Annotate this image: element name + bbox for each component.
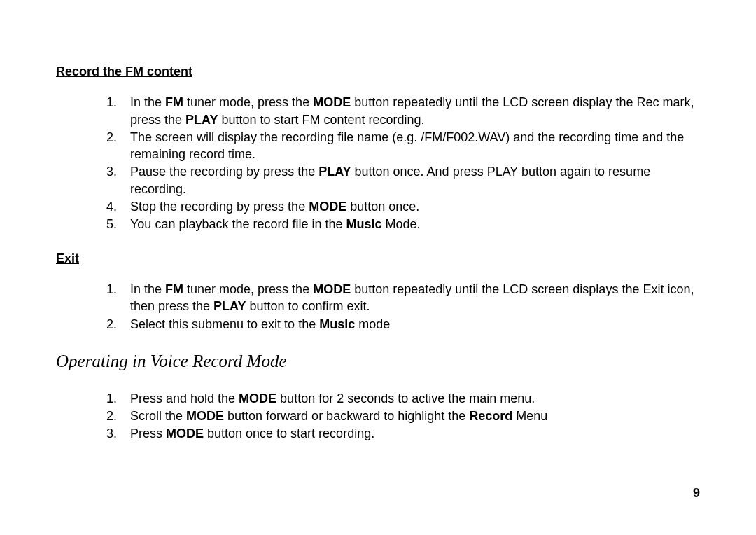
list-text: Pause the recording by press the PLAY bu… [130,163,700,197]
list-number: 1. [106,94,130,128]
list-number: 5. [106,216,130,232]
record-fm-heading: Record the FM content [56,63,700,80]
list-item: 2. The screen will display the recording… [106,129,700,163]
exit-section: Exit 1. In the FM tuner mode, press the … [56,250,700,333]
list-text: Scroll the MODE button forward or backwa… [130,408,700,424]
list-number: 2. [106,408,130,424]
list-item: 1. In the FM tuner mode, press the MODE … [106,281,700,315]
list-item: 3. Press MODE button once to start recor… [106,425,700,442]
list-text: In the FM tuner mode, press the MODE but… [130,281,700,315]
list-text: Stop the recording by press the MODE but… [130,198,700,215]
list-item: 5. You can playback the record file in t… [106,216,700,232]
list-item: 4. Stop the recording by press the MODE … [106,198,700,215]
list-number: 3. [106,425,130,442]
list-item: 1. Press and hold the MODE button for 2 … [106,390,700,407]
list-number: 3. [106,163,130,197]
exit-heading: Exit [56,250,700,267]
list-text: The screen will display the recording fi… [130,129,700,163]
list-item: 1. In the FM tuner mode, press the MODE … [106,94,700,128]
list-item: 3. Pause the recording by press the PLAY… [106,163,700,197]
list-text: Select this submenu to exit to the Music… [130,316,700,333]
list-number: 1. [106,390,130,407]
list-text: In the FM tuner mode, press the MODE but… [130,94,700,128]
list-item: 2. Select this submenu to exit to the Mu… [106,316,700,333]
page-number: 9 [693,485,700,501]
list-text: Press and hold the MODE button for 2 sec… [130,390,700,407]
list-number: 2. [106,129,130,163]
list-number: 2. [106,316,130,333]
list-text: You can playback the record file in the … [130,216,700,232]
voice-record-list: 1. Press and hold the MODE button for 2 … [106,390,700,443]
list-number: 1. [106,281,130,315]
voice-record-heading: Operating in Voice Record Mode [56,349,700,373]
list-item: 2. Scroll the MODE button forward or bac… [106,408,700,424]
voice-record-section: Operating in Voice Record Mode 1. Press … [56,349,700,443]
list-text: Press MODE button once to start recordin… [130,425,700,442]
record-fm-list: 1. In the FM tuner mode, press the MODE … [106,94,700,232]
record-fm-section: Record the FM content 1. In the FM tuner… [56,63,700,233]
list-number: 4. [106,198,130,215]
exit-list: 1. In the FM tuner mode, press the MODE … [106,281,700,333]
